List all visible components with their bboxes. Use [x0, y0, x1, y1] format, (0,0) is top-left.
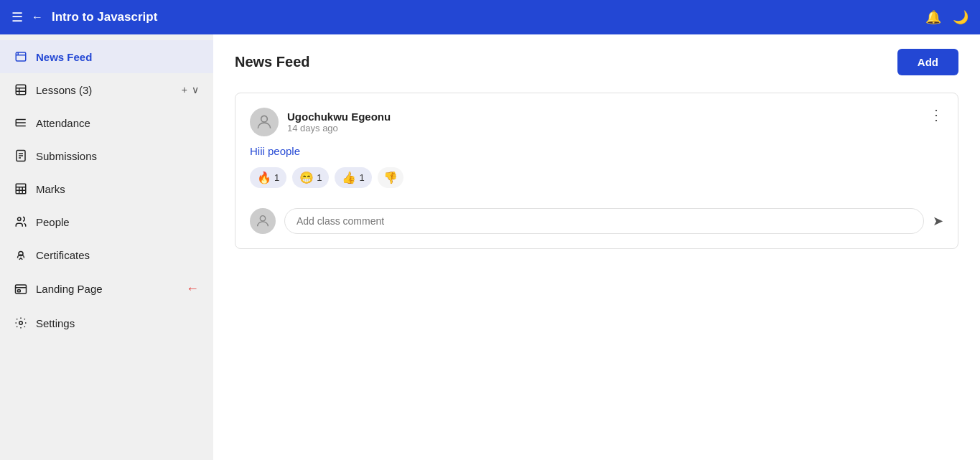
smile-emoji: 😁 — [299, 171, 314, 184]
reaction-thumbsdown-button[interactable]: 👎 — [378, 167, 403, 188]
sidebar-item-certificates[interactable]: Certificates — [0, 238, 213, 271]
reaction-thumbsup-button[interactable]: 👍 1 — [335, 167, 371, 188]
comment-input[interactable] — [284, 208, 924, 234]
sidebar-label-submissions: Submissions — [36, 150, 199, 162]
sidebar-item-news-feed[interactable]: News Feed — [0, 40, 213, 73]
landing-page-icon — [14, 283, 27, 296]
sidebar-label-landing-page: Landing Page — [36, 283, 172, 295]
sidebar-item-lessons[interactable]: Lessons (3) + ∨ — [0, 73, 213, 106]
content-area: News Feed Add Ugochukwu Egeonu 14 days a… — [213, 34, 980, 460]
lessons-add-btn[interactable]: + — [182, 84, 187, 95]
sidebar-label-lessons: Lessons (3) — [36, 84, 173, 96]
header: ☰ ← Intro to Javascript 🔔 🌙 — [0, 0, 980, 34]
lessons-actions: + ∨ — [182, 84, 199, 95]
post-options-icon[interactable]: ⋮ — [929, 108, 943, 122]
header-right: 🔔 🌙 — [925, 9, 969, 25]
sidebar-label-certificates: Certificates — [36, 249, 199, 261]
svg-point-20 — [18, 217, 22, 221]
svg-rect-3 — [16, 85, 26, 95]
thumbsdown-emoji: 👎 — [383, 171, 398, 184]
header-left: ☰ ← Intro to Javascript — [11, 9, 157, 25]
reactions-row: 🔥 1 😁 1 👍 1 👎 — [250, 167, 943, 188]
reaction-fire-button[interactable]: 🔥 1 — [250, 167, 286, 188]
svg-point-27 — [260, 216, 265, 221]
dark-mode-icon[interactable]: 🌙 — [953, 9, 969, 25]
lessons-icon — [14, 83, 27, 96]
thumbsup-emoji: 👍 — [342, 171, 356, 184]
sidebar-label-settings: Settings — [36, 317, 199, 329]
fire-count: 1 — [274, 172, 279, 183]
smile-count: 1 — [317, 172, 322, 183]
sidebar-item-landing-page[interactable]: Landing Page ← — [0, 271, 213, 306]
post-time: 14 days ago — [287, 123, 391, 133]
author-name: Ugochukwu Egeonu — [287, 111, 391, 123]
submissions-icon — [14, 149, 27, 162]
svg-rect-15 — [16, 184, 26, 194]
landing-page-arrow-icon: ← — [186, 281, 199, 296]
content-title: News Feed — [235, 54, 309, 70]
thumbsup-count: 1 — [359, 172, 364, 183]
page-title: Intro to Javascript — [52, 10, 157, 24]
post-text: Hiii people — [250, 145, 943, 157]
svg-rect-22 — [16, 285, 27, 294]
content-header: News Feed Add — [235, 49, 958, 75]
certificates-icon — [14, 248, 27, 261]
author-avatar — [250, 108, 279, 136]
reaction-smile-button[interactable]: 😁 1 — [292, 167, 329, 188]
sidebar-label-marks: Marks — [36, 183, 199, 195]
back-icon[interactable]: ← — [32, 11, 43, 24]
news-feed-icon — [14, 50, 27, 63]
marks-icon — [14, 182, 27, 195]
sidebar-item-marks[interactable]: Marks — [0, 172, 213, 205]
settings-icon — [14, 316, 27, 329]
commenter-avatar — [250, 208, 276, 234]
lessons-expand-btn[interactable]: ∨ — [192, 84, 199, 95]
sidebar-item-people[interactable]: People — [0, 205, 213, 238]
sidebar-item-settings[interactable]: Settings — [0, 306, 213, 339]
post-header: Ugochukwu Egeonu 14 days ago ⋮ — [250, 108, 943, 136]
svg-point-26 — [261, 116, 268, 122]
svg-point-25 — [19, 321, 23, 325]
notification-icon[interactable]: 🔔 — [925, 9, 941, 25]
sidebar-item-submissions[interactable]: Submissions — [0, 139, 213, 172]
sidebar-label-attendance: Attendance — [36, 117, 199, 129]
people-icon — [14, 215, 27, 228]
menu-icon[interactable]: ☰ — [11, 9, 23, 25]
sidebar-item-attendance[interactable]: Attendance — [0, 106, 213, 139]
fire-emoji: 🔥 — [257, 171, 271, 184]
author-info: Ugochukwu Egeonu 14 days ago — [287, 111, 391, 133]
add-button[interactable]: Add — [897, 49, 958, 75]
svg-rect-0 — [16, 52, 26, 61]
svg-rect-24 — [18, 289, 21, 291]
post-card: Ugochukwu Egeonu 14 days ago ⋮ Hiii peop… — [235, 93, 958, 249]
comment-send-button[interactable]: ➤ — [933, 213, 943, 229]
sidebar: News Feed Lessons (3) + ∨ — [0, 34, 213, 460]
main-layout: News Feed Lessons (3) + ∨ — [0, 34, 980, 460]
sidebar-label-news-feed: News Feed — [36, 51, 199, 63]
sidebar-label-people: People — [36, 216, 199, 228]
comment-area: ➤ — [250, 200, 943, 234]
post-author: Ugochukwu Egeonu 14 days ago — [250, 108, 391, 136]
attendance-icon — [14, 116, 27, 129]
